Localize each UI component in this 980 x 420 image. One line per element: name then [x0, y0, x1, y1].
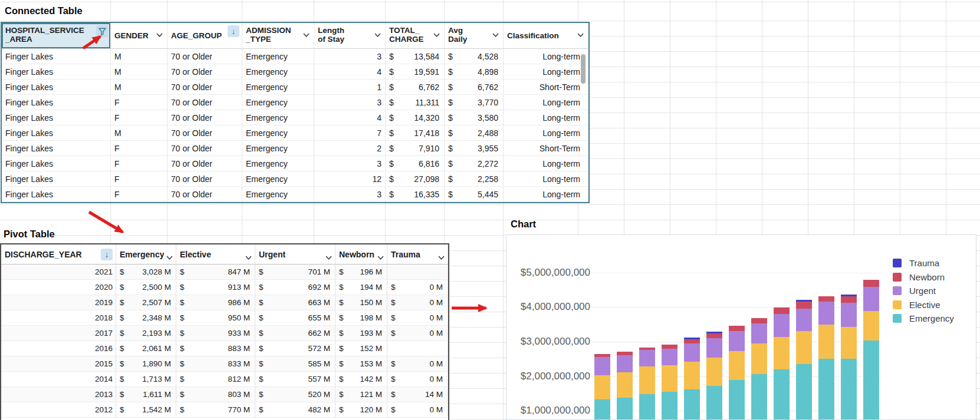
cell-currency[interactable]: $7,910: [386, 141, 445, 156]
pivot-column-header-discharge-year[interactable]: DISCHARGE_YEAR↓: [1, 244, 116, 264]
cell-currency[interactable]: $663 M: [255, 295, 336, 310]
cell[interactable]: F: [111, 156, 167, 171]
cell[interactable]: M: [111, 64, 167, 80]
cell-currency[interactable]: $692 M: [255, 280, 336, 295]
cell-currency[interactable]: $194 M: [336, 280, 387, 295]
pivot-column-header-trauma[interactable]: Trauma: [387, 244, 448, 264]
cell[interactable]: 3: [314, 95, 386, 110]
cell-currency[interactable]: $2,258: [445, 171, 504, 187]
cell[interactable]: Finger Lakes: [2, 187, 111, 202]
cell[interactable]: 4: [314, 64, 386, 80]
cell[interactable]: 70 or Older: [167, 125, 242, 141]
pivot-column-header-elective[interactable]: Elective: [176, 244, 255, 264]
cell-currency[interactable]: $662 M: [255, 326, 336, 341]
cell[interactable]: Emergency: [242, 187, 314, 202]
cell-currency[interactable]: $0 M: [387, 326, 448, 341]
cell[interactable]: Long-term: [504, 156, 588, 171]
cell[interactable]: Long-term: [504, 95, 588, 110]
cell[interactable]: Long-term: [504, 49, 588, 64]
cell[interactable]: 70 or Older: [167, 95, 242, 110]
cell[interactable]: Long-term: [504, 171, 588, 187]
cell[interactable]: Emergency: [242, 171, 314, 187]
cell-year[interactable]: 2016: [1, 341, 116, 356]
cell-year[interactable]: 2020: [1, 280, 116, 295]
cell[interactable]: F: [111, 171, 167, 187]
cell[interactable]: 70 or Older: [167, 171, 242, 187]
cell[interactable]: Long-term: [504, 110, 588, 125]
cell-currency[interactable]: $572 M: [255, 341, 336, 356]
cell-currency[interactable]: $833 M: [176, 356, 255, 372]
chevron-down-icon[interactable]: [245, 252, 252, 262]
filter-icon[interactable]: [96, 25, 108, 37]
chevron-down-icon[interactable]: [377, 252, 384, 262]
cell-year[interactable]: 2015: [1, 356, 116, 372]
cell-currency[interactable]: $11,311: [386, 95, 445, 110]
cell-currency[interactable]: $913 M: [176, 280, 255, 295]
cell[interactable]: Emergency: [242, 95, 314, 110]
cell[interactable]: F: [111, 141, 167, 156]
chevron-down-icon[interactable]: [303, 30, 310, 39]
cell[interactable]: Short-Term: [504, 80, 588, 95]
cell-year[interactable]: 2014: [1, 372, 116, 387]
cell[interactable]: 70 or Older: [167, 49, 242, 64]
cell-currency[interactable]: $847 M: [176, 264, 255, 280]
chevron-down-icon[interactable]: [166, 252, 173, 262]
chevron-down-icon[interactable]: [577, 30, 584, 39]
column-header-total-[interactable]: TOTAL_CHARGE: [386, 23, 445, 49]
cell-currency[interactable]: $3,028 M: [116, 264, 176, 280]
cell-currency[interactable]: $482 M: [255, 402, 336, 418]
cell-currency[interactable]: $19,591: [386, 64, 445, 80]
cell-currency[interactable]: $150 M: [336, 295, 387, 310]
cell[interactable]: F: [111, 110, 167, 125]
cell[interactable]: 70 or Older: [167, 156, 242, 171]
cell[interactable]: F: [111, 95, 167, 110]
cell-currency[interactable]: $1,713 M: [116, 372, 176, 387]
cell[interactable]: 3: [314, 49, 386, 64]
chevron-down-icon[interactable]: [433, 30, 440, 39]
chevron-down-icon[interactable]: [438, 252, 445, 262]
cell-currency[interactable]: $585 M: [255, 356, 336, 372]
cell-currency[interactable]: $3,955: [445, 141, 504, 156]
sort-descending-icon[interactable]: ↓: [101, 249, 113, 260]
cell[interactable]: Emergency: [242, 49, 314, 64]
cell-currency[interactable]: $986 M: [176, 295, 255, 310]
cell[interactable]: M: [111, 80, 167, 95]
pivot-column-header-urgent[interactable]: Urgent: [255, 244, 336, 264]
cell-currency[interactable]: $3,770: [445, 95, 504, 110]
cell-currency[interactable]: $933 M: [176, 326, 255, 341]
cell[interactable]: Finger Lakes: [2, 110, 111, 125]
cell-currency[interactable]: $883 M: [176, 341, 255, 356]
cell-year[interactable]: 2019: [1, 295, 116, 310]
cell-currency[interactable]: $0 M: [387, 295, 448, 310]
cell[interactable]: Short-Term: [504, 141, 588, 156]
cell[interactable]: Emergency: [242, 141, 314, 156]
pivot-column-header-emergency[interactable]: Emergency: [116, 244, 176, 264]
cell[interactable]: 2: [314, 141, 386, 156]
cell[interactable]: F: [111, 187, 167, 202]
cell-currency[interactable]: $0 M: [387, 356, 448, 372]
column-header-gender[interactable]: GENDER: [111, 23, 167, 49]
cell-currency[interactable]: $153 M: [336, 356, 387, 372]
column-header-age-group[interactable]: AGE_GROUP↓: [167, 23, 242, 49]
cell[interactable]: Finger Lakes: [2, 156, 111, 171]
cell-currency[interactable]: $0 M: [387, 372, 448, 387]
cell[interactable]: Emergency: [242, 125, 314, 141]
cell-currency[interactable]: $193 M: [336, 326, 387, 341]
cell-currency[interactable]: $14 M: [387, 387, 448, 402]
pivot-column-header-newborn[interactable]: Newborn: [336, 244, 387, 264]
cell-year[interactable]: 2021: [1, 264, 116, 280]
cell-year[interactable]: 2018: [1, 310, 116, 326]
cell[interactable]: Long-term: [504, 187, 588, 202]
cell-currency[interactable]: $6,762: [386, 80, 445, 95]
cell-currency[interactable]: $520 M: [255, 387, 336, 402]
cell-currency[interactable]: [387, 341, 448, 356]
cell-currency[interactable]: $557 M: [255, 372, 336, 387]
column-header-avg[interactable]: AvgDaily: [445, 23, 504, 49]
cell-currency[interactable]: $4,528: [445, 49, 504, 64]
vertical-scrollbar-thumb[interactable]: [581, 54, 586, 84]
cell[interactable]: 7: [314, 125, 386, 141]
cell-currency[interactable]: $2,193 M: [116, 326, 176, 341]
cell[interactable]: Emergency: [242, 80, 314, 95]
cell-currency[interactable]: $13,584: [386, 49, 445, 64]
cell[interactable]: Long-term: [504, 125, 588, 141]
